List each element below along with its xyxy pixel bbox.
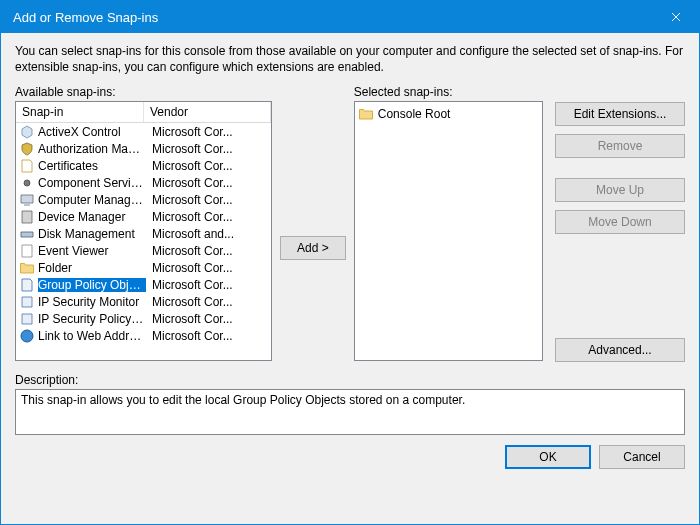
description-label: Description: <box>15 373 685 387</box>
list-item[interactable]: IP Security Policy M...Microsoft Cor... <box>16 310 271 327</box>
snapin-name: Component Services <box>38 176 146 190</box>
window-title: Add or Remove Snap-ins <box>13 10 653 25</box>
snapin-name: Certificates <box>38 159 146 173</box>
snapin-name: Disk Management <box>38 227 146 241</box>
side-buttons: Edit Extensions... Remove Move Up Move D… <box>549 85 685 361</box>
disk-icon <box>19 226 35 242</box>
vendor-name: Microsoft Cor... <box>146 312 271 326</box>
selected-tree[interactable]: Console Root <box>354 101 543 361</box>
advanced-button[interactable]: Advanced... <box>555 338 685 362</box>
move-up-button[interactable]: Move Up <box>555 178 685 202</box>
vendor-name: Microsoft Cor... <box>146 210 271 224</box>
computer-icon <box>19 192 35 208</box>
gpo-icon <box>19 277 35 293</box>
ok-button[interactable]: OK <box>505 445 591 469</box>
add-column: Add > <box>278 85 348 361</box>
close-button[interactable] <box>653 1 699 33</box>
selected-column: Selected snap-ins: Console Root <box>354 85 543 361</box>
list-item[interactable]: Authorization ManagerMicrosoft Cor... <box>16 140 271 157</box>
vendor-name: Microsoft Cor... <box>146 176 271 190</box>
list-item[interactable]: Component ServicesMicrosoft Cor... <box>16 174 271 191</box>
link-icon <box>19 328 35 344</box>
snapin-name: IP Security Policy M... <box>38 312 146 326</box>
list-item[interactable]: IP Security MonitorMicrosoft Cor... <box>16 293 271 310</box>
remove-button[interactable]: Remove <box>555 134 685 158</box>
folder-icon <box>19 260 35 276</box>
folder-icon <box>358 106 374 122</box>
vendor-name: Microsoft Cor... <box>146 244 271 258</box>
vendor-name: Microsoft Cor... <box>146 125 271 139</box>
vendor-name: Microsoft Cor... <box>146 159 271 173</box>
list-item[interactable]: Computer Managem...Microsoft Cor... <box>16 191 271 208</box>
snapin-name: IP Security Monitor <box>38 295 146 309</box>
main-columns: Available snap-ins: Snap-in Vendor Activ… <box>15 85 685 361</box>
snapin-name: Group Policy Object ... <box>38 278 146 292</box>
cancel-button[interactable]: Cancel <box>599 445 685 469</box>
close-icon <box>671 12 681 22</box>
add-button[interactable]: Add > <box>280 236 346 260</box>
vendor-name: Microsoft Cor... <box>146 329 271 343</box>
list-item[interactable]: Event ViewerMicrosoft Cor... <box>16 242 271 259</box>
selected-label: Selected snap-ins: <box>354 85 543 99</box>
ipsec-icon <box>19 311 35 327</box>
snapin-name: Authorization Manager <box>38 142 146 156</box>
col-vendor[interactable]: Vendor <box>144 102 271 122</box>
list-item[interactable]: Group Policy Object ...Microsoft Cor... <box>16 276 271 293</box>
vendor-name: Microsoft Cor... <box>146 295 271 309</box>
snapin-name: Computer Managem... <box>38 193 146 207</box>
list-item[interactable]: Device ManagerMicrosoft Cor... <box>16 208 271 225</box>
vendor-name: Microsoft Cor... <box>146 278 271 292</box>
cube-icon <box>19 124 35 140</box>
vendor-name: Microsoft Cor... <box>146 142 271 156</box>
edit-extensions-button[interactable]: Edit Extensions... <box>555 102 685 126</box>
move-down-button[interactable]: Move Down <box>555 210 685 234</box>
vendor-name: Microsoft Cor... <box>146 261 271 275</box>
gear-icon <box>19 175 35 191</box>
ipsec-icon <box>19 294 35 310</box>
list-item[interactable]: Link to Web AddressMicrosoft Cor... <box>16 327 271 344</box>
available-label: Available snap-ins: <box>15 85 272 99</box>
event-icon <box>19 243 35 259</box>
description-text: This snap-in allows you to edit the loca… <box>21 393 465 407</box>
list-item[interactable]: FolderMicrosoft Cor... <box>16 259 271 276</box>
available-column: Available snap-ins: Snap-in Vendor Activ… <box>15 85 272 361</box>
vendor-name: Microsoft and... <box>146 227 271 241</box>
list-item[interactable]: ActiveX ControlMicrosoft Cor... <box>16 123 271 140</box>
svg-point-0 <box>21 330 33 342</box>
spacer <box>555 166 685 178</box>
snapin-name: Folder <box>38 261 146 275</box>
intro-text: You can select snap-ins for this console… <box>15 43 685 75</box>
tree-root-label: Console Root <box>378 107 451 121</box>
tree-root[interactable]: Console Root <box>358 105 539 122</box>
cert-icon <box>19 158 35 174</box>
titlebar: Add or Remove Snap-ins <box>1 1 699 33</box>
device-icon <box>19 209 35 225</box>
list-item[interactable]: Disk ManagementMicrosoft and... <box>16 225 271 242</box>
snapin-name: Event Viewer <box>38 244 146 258</box>
snapin-name: Link to Web Address <box>38 329 146 343</box>
dialog-window: Add or Remove Snap-ins You can select sn… <box>0 0 700 525</box>
description-box: This snap-in allows you to edit the loca… <box>15 389 685 435</box>
list-item[interactable]: CertificatesMicrosoft Cor... <box>16 157 271 174</box>
vendor-name: Microsoft Cor... <box>146 193 271 207</box>
dialog-footer: OK Cancel <box>15 435 685 469</box>
snapin-name: ActiveX Control <box>38 125 146 139</box>
snapin-name: Device Manager <box>38 210 146 224</box>
dialog-content: You can select snap-ins for this console… <box>1 33 699 524</box>
list-header: Snap-in Vendor <box>16 102 271 123</box>
available-list[interactable]: Snap-in Vendor ActiveX ControlMicrosoft … <box>15 101 272 361</box>
shield-icon <box>19 141 35 157</box>
col-snapin[interactable]: Snap-in <box>16 102 144 122</box>
